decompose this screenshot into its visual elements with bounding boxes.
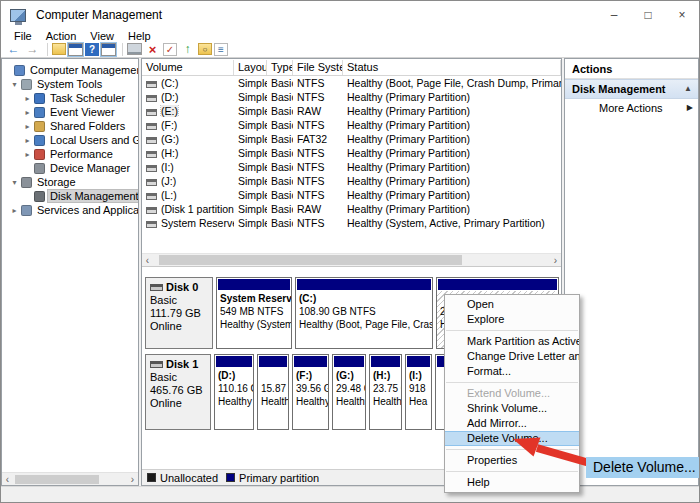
tree-chevron-icon[interactable]: ▸: [22, 150, 33, 159]
column-header-file-system[interactable]: File System: [293, 60, 343, 75]
volume-row[interactable]: (Disk 1 partition 2) Simple Basic RAW He…: [142, 202, 561, 216]
partition-box[interactable]: (G:) 29.48 G Healthy: [332, 354, 366, 430]
partition-box[interactable]: (C:) 108.90 GB NTFS Healthy (Boot, Page …: [295, 277, 433, 349]
column-header-layout[interactable]: Layout: [234, 60, 267, 75]
back-icon[interactable]: ←: [5, 42, 22, 57]
minimize-button[interactable]: –: [597, 1, 631, 29]
disk-status: Online: [150, 397, 206, 410]
actions-pane: Actions Disk Management ▲ More Actions ▶: [564, 58, 699, 486]
scroll-left-icon[interactable]: ‹: [142, 255, 153, 266]
tree-item[interactable]: ▾ Storage: [2, 175, 138, 189]
tree-chevron-icon[interactable]: ▸: [22, 94, 33, 103]
context-menu-item[interactable]: Help: [445, 475, 579, 490]
menu-bar-item[interactable]: View: [83, 30, 121, 42]
context-menu-item[interactable]: Add Mirror...: [445, 416, 579, 431]
up-folder-icon[interactable]: [52, 43, 66, 55]
volume-icon: [146, 95, 157, 102]
tree-item[interactable]: ▸ Services and Applications: [2, 203, 138, 217]
tree-chevron-icon[interactable]: ▸: [9, 206, 20, 215]
tree-item[interactable]: Computer Management (Local: [2, 63, 138, 77]
legend-item: Unallocated: [147, 472, 218, 484]
volume-row[interactable]: (J:) Simple Basic NTFS Healthy (Primary …: [142, 174, 561, 188]
remote-computer-icon[interactable]: [127, 43, 142, 55]
partition-color-bar: [294, 356, 327, 367]
tree-item[interactable]: Device Manager: [2, 161, 138, 175]
volume-list-horizontal-scrollbar[interactable]: ‹ ›: [142, 253, 561, 267]
volume-row[interactable]: (H:) Simple Basic NTFS Healthy (Primary …: [142, 146, 561, 160]
scroll-right-icon[interactable]: ›: [550, 255, 561, 266]
context-menu-item[interactable]: Open: [445, 297, 579, 312]
volume-status: Healthy (Primary Partition): [343, 161, 561, 173]
partition-box[interactable]: (H:) 23.75 G Healthy: [369, 354, 402, 430]
search-folder-icon[interactable]: ○: [198, 43, 212, 55]
volume-status: Healthy (System, Active, Primary Partiti…: [343, 217, 561, 229]
close-button[interactable]: ×: [665, 1, 699, 29]
partition-box[interactable]: (I:) 918 Hea: [405, 354, 432, 430]
actions-section-disk-management[interactable]: Disk Management ▲: [565, 79, 698, 99]
menu-bar-item[interactable]: Help: [121, 30, 158, 42]
context-menu-item[interactable]: Change Drive Letter and Paths...: [445, 349, 579, 364]
volume-row[interactable]: (C:) Simple Basic NTFS Healthy (Boot, Pa…: [142, 76, 561, 90]
up-arrow-icon[interactable]: ↑: [179, 42, 196, 57]
menu-bar-item[interactable]: File: [7, 30, 39, 42]
volume-row[interactable]: (I:) Simple Basic NTFS Healthy (Primary …: [142, 160, 561, 174]
more-actions-item[interactable]: More Actions ▶: [565, 99, 698, 117]
menu-bar-item[interactable]: Action: [39, 30, 84, 42]
disk-0-label[interactable]: Disk 0 Basic 111.79 GB Online: [145, 277, 213, 349]
partition-size: 29.48 G: [336, 382, 362, 395]
partition-box[interactable]: (F:) 39.56 G Healthy: [292, 354, 329, 430]
disk-icon: [150, 361, 163, 368]
context-menu-item[interactable]: Mark Partition as Active: [445, 334, 579, 349]
volume-row[interactable]: System Reserved (K:) Simple Basic NTFS H…: [142, 216, 561, 230]
partition-box[interactable]: (D:) 110.16 G Healthy: [214, 354, 254, 430]
scrollbar-thumb[interactable]: [15, 475, 99, 484]
partition-box[interactable]: 15.87 ( Health: [257, 354, 289, 430]
volume-row[interactable]: (F:) Simple Basic NTFS Healthy (Primary …: [142, 118, 561, 132]
tree-chevron-icon[interactable]: ▸: [22, 122, 33, 131]
scrollbar-thumb[interactable]: [159, 255, 462, 265]
volume-row[interactable]: (E:) Simple Basic RAW Healthy (Primary P…: [142, 104, 561, 118]
scroll-right-icon[interactable]: ›: [127, 474, 138, 485]
tree-chevron-icon[interactable]: ▾: [9, 80, 20, 89]
volume-icon: [146, 179, 157, 186]
column-header-status[interactable]: Status: [343, 60, 561, 75]
collapse-icon[interactable]: ▲: [684, 79, 692, 99]
console-window-icon[interactable]: [68, 43, 83, 56]
column-header-type[interactable]: Type: [267, 60, 293, 75]
volume-fs: NTFS: [293, 175, 343, 187]
context-menu-item[interactable]: Explore: [445, 312, 579, 327]
volume-row[interactable]: (G:) Simple Basic FAT32 Healthy (Primary…: [142, 132, 561, 146]
console-window-icon[interactable]: [101, 43, 116, 56]
scroll-left-icon[interactable]: ‹: [2, 474, 13, 485]
tree-item[interactable]: Disk Management: [2, 189, 138, 203]
tree-item[interactable]: ▸ Task Scheduler: [2, 91, 138, 105]
help-icon[interactable]: ?: [85, 43, 99, 56]
tree-item[interactable]: ▾ System Tools: [2, 77, 138, 91]
tree-item[interactable]: ▸ Performance: [2, 147, 138, 161]
properties-icon[interactable]: ≡: [214, 43, 228, 56]
tree-item-label: Task Scheduler: [48, 92, 127, 104]
volume-row[interactable]: (D:) Simple Basic NTFS Healthy (Primary …: [142, 90, 561, 104]
maximize-button[interactable]: □: [631, 1, 665, 29]
partition-box[interactable]: System Reserve 549 MB NTFS Healthy (Syst…: [216, 277, 292, 349]
check-icon[interactable]: ✓: [163, 43, 177, 56]
tree-horizontal-scrollbar[interactable]: ‹ ›: [2, 472, 138, 485]
delete-icon[interactable]: ×: [144, 42, 161, 57]
volume-row[interactable]: (L:) Simple Basic NTFS Healthy (Primary …: [142, 188, 561, 202]
storage-icon: [21, 177, 32, 188]
tree-item[interactable]: ▸ Local Users and Groups: [2, 133, 138, 147]
disk-1-label[interactable]: Disk 1 Basic 465.76 GB Online: [145, 354, 211, 430]
partition-name: (G:): [336, 369, 362, 382]
context-menu-item[interactable]: Format...: [445, 364, 579, 379]
tree-chevron-icon[interactable]: ▸: [22, 108, 33, 117]
forward-icon[interactable]: →: [24, 42, 41, 57]
toolbar: ← → ? × ✓ ↑ ○ ≡: [1, 43, 699, 58]
tree-chevron-icon[interactable]: ▾: [9, 178, 20, 187]
column-header-volume[interactable]: Volume: [142, 60, 234, 75]
volume-fs: NTFS: [293, 189, 343, 201]
context-menu-item[interactable]: Shrink Volume...: [445, 401, 579, 416]
tree-item[interactable]: ▸ Shared Folders: [2, 119, 138, 133]
context-menu-item[interactable]: Extend Volume...: [445, 386, 579, 401]
tree-item[interactable]: ▸ Event Viewer: [2, 105, 138, 119]
tree-chevron-icon[interactable]: ▸: [22, 136, 33, 145]
